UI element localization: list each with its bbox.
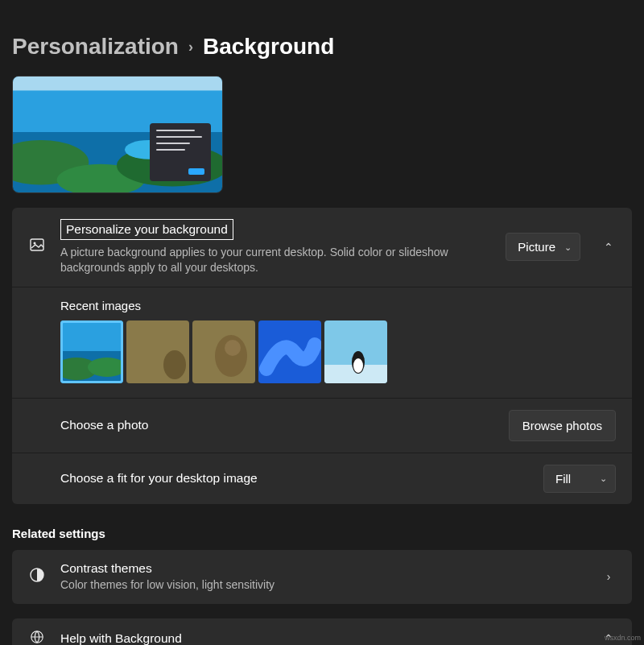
contrast-themes-title: Contrast themes	[60, 561, 580, 576]
recent-images-list	[60, 320, 387, 383]
personalize-title: Personalize your background	[66, 222, 228, 236]
choose-fit-row: Choose a fit for your desktop image Fill…	[12, 453, 632, 504]
watermark: wsxdn.com	[605, 634, 641, 642]
background-settings-panel: Personalize your background A picture ba…	[12, 208, 632, 504]
personalize-title-highlight: Personalize your background	[60, 219, 233, 240]
fit-select[interactable]: Fill ⌄	[543, 465, 616, 493]
choose-photo-label: Choose a photo	[60, 418, 494, 432]
contrast-icon	[28, 567, 46, 587]
help-panel: Help with Background ⌃ Getting new wallp…	[12, 618, 632, 645]
breadcrumb-current: Background	[203, 34, 334, 60]
contrast-themes-row[interactable]: Contrast themes Color themes for low vis…	[12, 550, 632, 604]
recent-image-thumb[interactable]	[192, 320, 255, 383]
personalize-background-row: Personalize your background A picture ba…	[12, 208, 632, 287]
svg-point-8	[34, 242, 36, 245]
breadcrumb-parent[interactable]: Personalization	[12, 34, 179, 60]
choose-photo-row: Choose a photo Browse photos	[12, 399, 632, 453]
chevron-right-icon: ›	[188, 39, 193, 56]
picture-icon	[28, 237, 46, 257]
help-with-background-row[interactable]: Help with Background ⌃	[12, 618, 632, 645]
chevron-right-icon: ›	[601, 570, 616, 583]
chevron-down-icon: ⌄	[600, 473, 607, 484]
contrast-themes-desc: Color themes for low vision, light sensi…	[60, 577, 479, 593]
recent-image-thumb[interactable]	[258, 320, 321, 383]
recent-image-thumb[interactable]	[126, 320, 189, 383]
desktop-preview	[12, 76, 223, 193]
svg-point-18	[225, 340, 241, 356]
breadcrumb: Personalization › Background	[0, 0, 644, 76]
choose-fit-label: Choose a fit for your desktop image	[60, 471, 529, 486]
recent-images-row: Recent images	[12, 287, 632, 399]
recent-images-label: Recent images	[60, 299, 141, 312]
background-type-select[interactable]: Picture ⌄	[506, 233, 580, 261]
recent-image-thumb[interactable]	[60, 320, 123, 383]
svg-rect-6	[13, 76, 222, 90]
svg-rect-9	[60, 320, 123, 353]
personalize-desc: A picture background applies to your cur…	[60, 245, 479, 275]
globe-icon	[28, 630, 46, 645]
svg-point-23	[353, 358, 363, 373]
help-title: Help with Background	[60, 631, 580, 645]
svg-point-15	[163, 350, 186, 379]
browse-photos-button[interactable]: Browse photos	[509, 410, 616, 441]
collapse-chevron-up-icon[interactable]: ⌃	[601, 241, 616, 254]
related-settings-heading: Related settings	[12, 527, 632, 540]
preview-flyout	[150, 123, 211, 181]
chevron-down-icon: ⌄	[564, 242, 572, 252]
related-settings-panel: Contrast themes Color themes for low vis…	[12, 550, 632, 604]
recent-image-thumb[interactable]	[324, 320, 387, 383]
